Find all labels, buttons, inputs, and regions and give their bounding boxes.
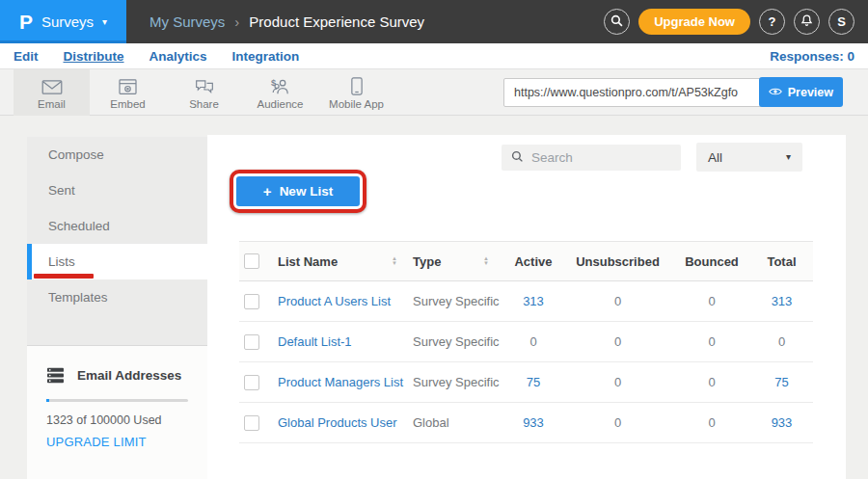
search-button[interactable] [604, 9, 630, 35]
channel-mobile-app[interactable]: Mobile App [318, 69, 394, 116]
list-type: Survey Specific [413, 375, 504, 389]
column-header-total[interactable]: Total [750, 254, 813, 269]
sidebar-item-templates[interactable]: Templates [27, 279, 207, 315]
channel-list: Email Embed Share $ Audience [14, 69, 394, 116]
notifications-button[interactable] [794, 9, 820, 35]
row-checkbox[interactable] [244, 415, 259, 431]
column-header-unsubscribed[interactable]: Unsubscribed [562, 254, 673, 269]
survey-tabs-bar: Edit Distribute Analytics Integration Re… [0, 43, 868, 69]
row-checkbox[interactable] [244, 334, 259, 350]
total-count[interactable]: 75 [750, 375, 813, 389]
svg-text:$: $ [271, 78, 277, 88]
list-filter-dropdown[interactable]: All ▾ [696, 143, 802, 172]
bell-icon [800, 13, 813, 30]
surveys-app-menu[interactable]: P Surveys ▾ [0, 0, 126, 43]
upgrade-limit-link[interactable]: UPGRADE LIMIT [46, 435, 188, 449]
column-header-bounced[interactable]: Bounced [673, 254, 750, 269]
total-count[interactable]: 0 [750, 334, 813, 349]
unsubscribed-count[interactable]: 0 [562, 375, 673, 389]
app-window: P Surveys ▾ My Surveys › Product Experie… [0, 0, 868, 479]
total-count[interactable]: 313 [750, 294, 813, 308]
list-type: Global [413, 415, 504, 430]
list-name-link[interactable]: Global Products User [278, 415, 413, 430]
list-name-link[interactable]: Product Managers List [278, 375, 413, 389]
upgrade-now-button[interactable]: Upgrade Now [638, 9, 750, 35]
account-avatar[interactable]: S [828, 9, 854, 35]
table-row: Default List-1 Survey Specific 0 0 0 0 [239, 322, 813, 362]
active-count[interactable]: 75 [504, 375, 562, 389]
list-name-link[interactable]: Product A Users List [278, 294, 413, 308]
tab-edit[interactable]: Edit [14, 49, 39, 64]
embed-icon [119, 76, 137, 95]
email-icon [41, 76, 63, 95]
active-count[interactable]: 933 [504, 415, 562, 430]
channel-share-label: Share [189, 98, 219, 110]
search-input[interactable] [531, 150, 671, 165]
bounced-count[interactable]: 0 [673, 334, 750, 349]
email-sidebar: Compose Sent Scheduled Lists Templates [27, 137, 207, 479]
lists-table: List Name ▲▼ Type ▲▼ Active Unsubscribed… [239, 241, 813, 443]
breadcrumb-current-survey: Product Experience Survey [249, 13, 424, 30]
sidebar-item-lists[interactable]: Lists [27, 244, 207, 279]
lists-panel: All ▾ + New List List Name ▲▼ [207, 135, 846, 479]
unsubscribed-count[interactable]: 0 [562, 415, 673, 430]
questionpro-logo: P [19, 12, 33, 32]
active-count[interactable]: 313 [504, 294, 562, 308]
row-checkbox[interactable] [244, 375, 259, 390]
filter-selected-value: All [708, 150, 722, 165]
row-checkbox[interactable] [244, 294, 259, 309]
bounced-count[interactable]: 0 [673, 375, 750, 389]
chevron-down-icon: ▾ [102, 17, 107, 27]
sort-icon[interactable]: ▲▼ [392, 256, 397, 266]
new-list-label: New List [280, 184, 334, 199]
select-all-checkbox[interactable] [244, 253, 259, 269]
sort-icon[interactable]: ▲▼ [483, 256, 489, 266]
sidebar-item-label: Compose [48, 147, 104, 162]
column-header-list-name[interactable]: List Name ▲▼ [278, 254, 413, 269]
bounced-count[interactable]: 0 [673, 294, 750, 308]
channel-embed[interactable]: Embed [90, 69, 166, 116]
list-search-box[interactable] [502, 145, 681, 171]
mobile-app-icon [351, 76, 363, 95]
unsubscribed-count[interactable]: 0 [562, 334, 673, 349]
tab-integration[interactable]: Integration [232, 49, 300, 64]
email-addresses-section: Email Addresses 1323 of 100000 Used UPGR… [27, 345, 207, 479]
sidebar-item-sent[interactable]: Sent [27, 173, 207, 208]
email-addresses-header: Email Addresses [46, 367, 188, 384]
survey-url-group: ✎ [503, 78, 798, 107]
usage-progress-bar [46, 399, 188, 402]
column-header-active[interactable]: Active [504, 254, 562, 269]
avatar-letter: S [837, 14, 846, 29]
survey-url-input[interactable] [503, 78, 798, 107]
active-count[interactable]: 0 [504, 334, 562, 349]
new-list-button[interactable]: + New List [236, 176, 360, 206]
sidebar-item-label: Scheduled [48, 219, 110, 233]
total-count[interactable]: 933 [750, 415, 813, 430]
annotation-underline [34, 274, 94, 279]
email-addresses-title: Email Addresses [77, 368, 181, 383]
distribute-toolbar: Email Embed Share $ Audience [0, 69, 868, 116]
preview-button[interactable]: Preview [759, 77, 843, 107]
page-body: Compose Sent Scheduled Lists Templates [0, 117, 868, 479]
table-row: Global Products User Global 933 0 0 933 [239, 403, 813, 443]
column-header-type[interactable]: Type ▲▼ [413, 254, 504, 269]
chevron-down-icon: ▾ [786, 152, 791, 162]
table-row: Product Managers List Survey Specific 75… [239, 362, 813, 403]
channel-share[interactable]: Share [166, 69, 242, 116]
help-button[interactable]: ? [759, 9, 785, 35]
tab-distribute[interactable]: Distribute [64, 49, 124, 64]
channel-email[interactable]: Email [14, 69, 90, 116]
bounced-count[interactable]: 0 [673, 415, 750, 430]
sidebar-item-compose[interactable]: Compose [27, 137, 207, 173]
channel-audience[interactable]: $ Audience [242, 69, 318, 116]
list-name-link[interactable]: Default List-1 [278, 334, 413, 349]
breadcrumb-my-surveys[interactable]: My Surveys [149, 13, 225, 30]
eye-icon [769, 86, 782, 99]
sidebar-item-label: Lists [48, 254, 75, 269]
header-actions: Upgrade Now ? S [604, 9, 868, 35]
sidebar-item-scheduled[interactable]: Scheduled [27, 208, 207, 244]
tab-analytics[interactable]: Analytics [149, 49, 207, 64]
responses-count[interactable]: Responses: 0 [770, 49, 854, 64]
usage-text: 1323 of 100000 Used [46, 413, 188, 427]
unsubscribed-count[interactable]: 0 [562, 294, 673, 308]
